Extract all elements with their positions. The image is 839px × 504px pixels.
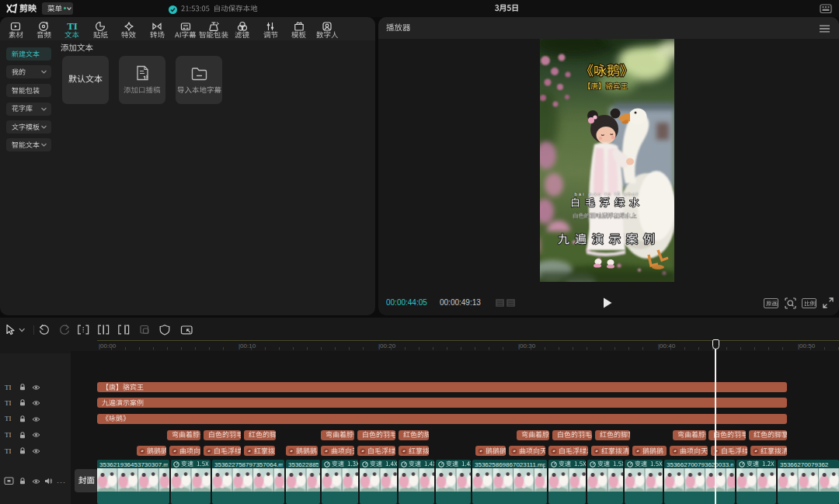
svg-text:|00:00: |00:00 [99,342,117,349]
svg-text:|00:10: |00:10 [238,342,256,349]
svg-text:|00:20: |00:20 [378,342,396,349]
svg-text:|00:40: |00:40 [658,342,676,349]
svg-text:|00:30: |00:30 [518,342,536,349]
svg-text:|00:50: |00:50 [798,342,816,349]
